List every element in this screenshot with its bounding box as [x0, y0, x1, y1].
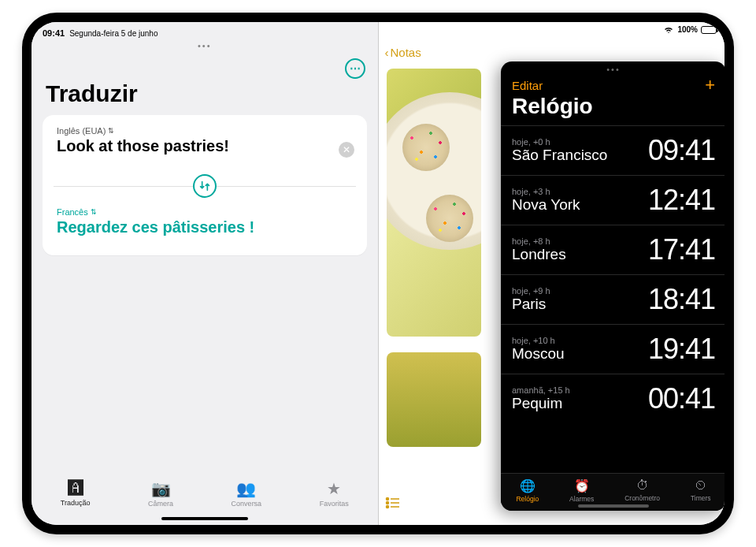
clock-city: Moscou — [512, 345, 565, 363]
clock-row[interactable]: amanhã, +15 h Pequim 00:41 — [501, 374, 724, 423]
tab-conversation[interactable]: 👥 Conversa — [232, 479, 262, 508]
translate-icon: 🅰 — [68, 479, 83, 497]
chevron-updown-icon: ⇅ — [91, 208, 97, 216]
clock-page-title: Relógio — [501, 92, 724, 125]
translation-card: Inglês (EUA) ⇅ Look at those pastries! ✕… — [43, 115, 367, 255]
alarm-icon: ⏰ — [574, 478, 590, 493]
battery-icon — [701, 26, 717, 34]
multitask-dots-icon[interactable]: ••• — [32, 41, 378, 52]
clock-time: 17:41 — [648, 233, 715, 266]
clock-offset: hoje, +3 h — [512, 187, 580, 196]
battery-percent: 100% — [677, 25, 698, 34]
more-options-button[interactable]: ⋯ — [345, 58, 365, 79]
clock-offset: amanhã, +15 h — [512, 385, 570, 395]
tab-stopwatch[interactable]: ⏱ Cronômetro — [624, 478, 660, 503]
status-time: 09:41 — [43, 28, 65, 38]
status-bar: 09:41 Segunda-feira 5 de junho — [32, 22, 378, 41]
notes-back-button[interactable]: ‹ Notas — [385, 46, 421, 59]
clear-input-button[interactable]: ✕ — [339, 142, 354, 158]
star-icon: ★ — [327, 479, 341, 498]
note-attached-image[interactable] — [387, 352, 481, 447]
chevron-updown-icon: ⇅ — [108, 127, 114, 135]
clock-time: 12:41 — [648, 184, 715, 217]
swap-languages-button[interactable] — [193, 174, 217, 198]
clock-time: 19:41 — [648, 333, 715, 366]
tab-label: Cronômetro — [624, 494, 660, 502]
status-bar-right: 100% — [663, 25, 717, 34]
tab-favorites[interactable]: ★ Favoritas — [320, 479, 349, 508]
clock-offset: hoje, +10 h — [512, 336, 565, 345]
translate-app-pane: 09:41 Segunda-feira 5 de junho ••• ⋯ Tra… — [32, 22, 379, 525]
list-icon — [385, 497, 401, 509]
clock-city: Paris — [512, 296, 550, 313]
status-date: Segunda-feira 5 de junho — [69, 29, 158, 38]
page-title: Traduzir — [32, 79, 378, 115]
notes-list-toggle-button[interactable] — [385, 497, 401, 509]
svg-point-0 — [386, 498, 388, 500]
tab-camera[interactable]: 📷 Câmera — [148, 479, 173, 508]
source-text-input[interactable]: Look at those pastries! — [57, 137, 353, 155]
target-language-label: Francês — [57, 207, 88, 217]
clock-city: Nova York — [512, 196, 580, 214]
clock-row[interactable]: hoje, +10 h Moscou 19:41 — [501, 324, 724, 374]
svg-point-2 — [386, 502, 388, 504]
clock-offset: hoje, +9 h — [512, 286, 550, 296]
target-language-selector[interactable]: Francês ⇅ — [57, 207, 353, 217]
tab-alarms[interactable]: ⏰ Alarmes — [569, 478, 594, 503]
multitask-dots-icon[interactable]: ••• — [501, 61, 724, 74]
world-clock-list[interactable]: hoje, +0 h São Francisco 09:41 hoje, +3 … — [501, 125, 724, 473]
edit-button[interactable]: Editar — [512, 79, 543, 92]
tab-timers[interactable]: ⏲ Timers — [691, 478, 711, 503]
notes-app-pane: 100% ‹ Notas — [379, 22, 725, 525]
clock-time: 09:41 — [648, 134, 715, 167]
clock-row[interactable]: hoje, +9 h Paris 18:41 — [501, 274, 724, 324]
clock-slideover-window[interactable]: ••• Editar + Relógio hoje, +0 h São Fran… — [501, 61, 724, 511]
clock-time: 18:41 — [648, 283, 715, 316]
source-language-label: Inglês (EUA) — [57, 126, 106, 136]
tab-label: Alarmes — [569, 495, 594, 503]
clock-city: São Francisco — [512, 147, 607, 164]
source-language-selector[interactable]: Inglês (EUA) ⇅ — [57, 126, 353, 136]
tab-label: Câmera — [148, 500, 173, 508]
clock-offset: hoje, +8 h — [512, 236, 566, 246]
globe-icon: 🌐 — [520, 478, 536, 493]
swap-icon — [198, 180, 211, 192]
tab-label: Favoritas — [320, 500, 349, 508]
clock-city: Pequim — [512, 395, 570, 412]
stopwatch-icon: ⏱ — [636, 478, 649, 493]
wifi-icon — [663, 26, 674, 34]
note-attached-image[interactable] — [387, 69, 481, 337]
tab-label: Conversa — [232, 500, 262, 508]
slideover-home-indicator[interactable] — [578, 504, 649, 508]
clock-row[interactable]: hoje, +0 h São Francisco 09:41 — [501, 125, 724, 175]
tab-label: Tradução — [61, 499, 91, 507]
people-icon: 👥 — [236, 479, 256, 498]
clock-time: 00:41 — [648, 382, 715, 415]
clock-row[interactable]: hoje, +3 h Nova York 12:41 — [501, 175, 724, 225]
ipad-frame: 09:41 Segunda-feira 5 de junho ••• ⋯ Tra… — [22, 13, 734, 534]
svg-point-4 — [386, 506, 388, 508]
back-label: Notas — [391, 46, 421, 59]
clock-row[interactable]: hoje, +8 h Londres 17:41 — [501, 225, 724, 274]
translation-output: Regardez ces pâtisseries ! — [57, 218, 353, 236]
add-clock-button[interactable]: + — [705, 79, 715, 92]
clock-city: Londres — [512, 246, 566, 263]
screen: 09:41 Segunda-feira 5 de junho ••• ⋯ Tra… — [32, 22, 724, 525]
clock-offset: hoje, +0 h — [512, 137, 607, 147]
chevron-left-icon: ‹ — [385, 46, 389, 59]
tab-label: Timers — [691, 494, 711, 502]
timer-icon: ⏲ — [695, 478, 707, 493]
tab-label: Relógio — [516, 495, 539, 503]
camera-icon: 📷 — [151, 479, 171, 498]
tab-world-clock[interactable]: 🌐 Relógio — [516, 478, 539, 503]
tab-translation[interactable]: 🅰 Tradução — [61, 479, 91, 508]
home-indicator[interactable] — [161, 517, 248, 520]
